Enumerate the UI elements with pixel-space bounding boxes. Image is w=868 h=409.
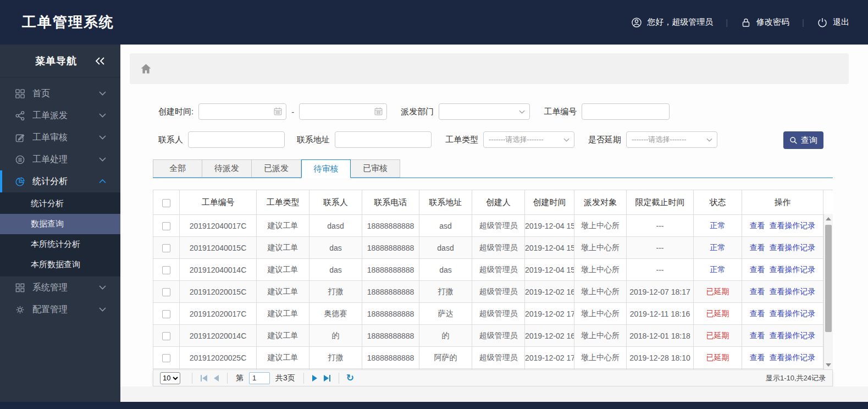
logout-button[interactable]: 退出	[817, 17, 849, 28]
sidebar-subitem[interactable]: 本所统计分析	[0, 234, 120, 255]
collapse-sidebar-icon[interactable]	[95, 57, 106, 65]
action-link[interactable]: 查看	[750, 309, 765, 318]
order-type-select[interactable]: -------请选择-------	[483, 131, 574, 148]
tab-待派发[interactable]: 待派发	[202, 159, 252, 178]
sidebar-subitem[interactable]: 数据查询	[0, 214, 120, 234]
action-link[interactable]: 查看	[750, 265, 765, 274]
action-link[interactable]: 查看操作记录	[770, 243, 816, 252]
sidebar-item-home[interactable]: 首页	[0, 82, 120, 104]
chevron-down-icon	[99, 285, 106, 290]
creator-cell: 超级管理员	[472, 237, 525, 259]
search-button-label: 查询	[801, 135, 817, 146]
phone-cell: 18888888888	[362, 303, 419, 325]
tab-待审核[interactable]: 待审核	[301, 159, 351, 178]
status-badge: 正常	[694, 259, 742, 281]
creator-cell: 超级管理员	[472, 281, 525, 303]
date-from-input[interactable]	[198, 103, 286, 120]
sidebar-subitem[interactable]: 统计分析	[0, 194, 120, 214]
home-icon[interactable]	[140, 63, 152, 74]
action-link[interactable]: 查看	[750, 221, 765, 230]
change-password-label: 修改密码	[756, 17, 789, 27]
sidebar-item-system[interactable]: 系统管理	[0, 277, 120, 299]
page-prefix-label: 第	[236, 373, 244, 383]
row-checkbox[interactable]	[162, 332, 170, 340]
row-checkbox[interactable]	[162, 266, 170, 274]
phone-cell: 18888888888	[362, 215, 419, 237]
chevron-down-icon	[519, 110, 525, 114]
tab-已审核[interactable]: 已审核	[351, 159, 400, 178]
row-checkbox[interactable]	[162, 288, 170, 296]
main-content: 创建时间: - 派发部门 工单编号	[120, 45, 868, 402]
action-link[interactable]: 查看操作记录	[770, 331, 816, 340]
action-link[interactable]: 查看	[750, 243, 765, 252]
action-link[interactable]: 查看	[750, 287, 765, 296]
table-scrollbar[interactable]	[823, 214, 833, 370]
table-row: 201912020025C建议工单打撒18888888888阿萨的超级管理员20…	[153, 347, 833, 369]
sidebar-item-review[interactable]: 工单审核	[0, 126, 120, 148]
dispatch-target-cell: 墩上中心所	[574, 259, 627, 281]
user-greeting[interactable]: 您好，超级管理员	[631, 17, 713, 28]
next-page-button[interactable]	[309, 375, 320, 382]
dispatch-dept-select[interactable]	[439, 103, 530, 120]
sidebar-menu: 首页工单派发工单审核工单处理统计分析统计分析数据查询本所统计分析本所数据查询系统…	[0, 78, 120, 320]
scroll-up-icon[interactable]	[826, 217, 831, 220]
action-link[interactable]: 查看操作记录	[770, 309, 816, 318]
row-select-cell	[153, 215, 180, 237]
address-input[interactable]	[335, 131, 432, 148]
date-to-input[interactable]	[299, 103, 387, 120]
action-link[interactable]: 查看	[750, 353, 765, 362]
select-all-checkbox[interactable]	[162, 199, 170, 207]
content-footer-strip	[120, 386, 868, 402]
action-link[interactable]: 查看操作记录	[770, 265, 816, 274]
lock-icon	[740, 17, 751, 28]
sidebar-item-stats[interactable]: 统计分析	[0, 170, 120, 192]
app-window: 工单管理系统 您好，超级管理员 | 修改密码 | 退出	[0, 0, 868, 409]
column-header: 限定截止时间	[627, 190, 694, 215]
action-link[interactable]: 查看	[750, 331, 765, 340]
contact-input[interactable]	[188, 131, 285, 148]
table-row: 201912020017C建议工单奥德赛18888888888萨达超级管理员20…	[153, 303, 833, 325]
prev-page-button[interactable]	[211, 375, 222, 382]
created-time-cell: 2019-12-04 15	[525, 259, 574, 281]
action-link[interactable]: 查看操作记录	[770, 287, 816, 296]
search-button[interactable]: 查询	[783, 131, 823, 149]
sidebar-subitem[interactable]: 本所数据查询	[0, 255, 120, 275]
row-checkbox[interactable]	[162, 222, 170, 230]
dispatch-target-cell: 墩上中心所	[574, 325, 627, 347]
column-header: 创建时间	[525, 190, 574, 215]
tab-已派发[interactable]: 已派发	[252, 159, 301, 178]
first-page-button[interactable]	[197, 375, 211, 382]
order-id-cell: 201912020014C	[180, 325, 257, 347]
row-checkbox[interactable]	[162, 244, 170, 252]
pager-divider	[192, 373, 192, 384]
change-password-button[interactable]: 修改密码	[740, 17, 789, 28]
sidebar-submenu: 统计分析数据查询本所统计分析本所数据查询	[0, 192, 120, 277]
order-no-input[interactable]	[582, 103, 670, 120]
row-checkbox[interactable]	[162, 310, 170, 318]
column-header: 工单编号	[180, 190, 257, 215]
scroll-down-icon[interactable]	[826, 363, 831, 367]
refresh-icon[interactable]: ↻	[346, 373, 354, 383]
chevron-down-icon	[99, 135, 106, 140]
dispatch-dept-label: 派发部门	[401, 107, 434, 117]
pagination-bar: 10 第 共3页 ↻ 显示1-10,共24记录	[153, 369, 833, 386]
page-size-select[interactable]: 10	[160, 372, 180, 384]
order-type-cell: 建议工单	[257, 215, 309, 237]
contact-cell: 奥德赛	[309, 303, 362, 325]
sidebar-item-dispatch[interactable]: 工单派发	[0, 104, 120, 126]
table-row: 201912040014C建议工单das18888888888das超级管理员2…	[153, 259, 833, 281]
row-checkbox[interactable]	[162, 354, 170, 362]
is-delayed-select[interactable]: -------请选择-------	[626, 131, 717, 148]
sidebar-item-process[interactable]: 工单处理	[0, 148, 120, 170]
sidebar-item-label: 首页	[32, 88, 50, 100]
action-link[interactable]: 查看操作记录	[770, 353, 816, 362]
tab-全部[interactable]: 全部	[153, 159, 202, 178]
action-link[interactable]: 查看操作记录	[770, 221, 816, 230]
order-type-cell: 建议工单	[257, 281, 309, 303]
last-page-button[interactable]	[320, 375, 334, 382]
status-tabs: 全部待派发已派发待审核已审核	[153, 159, 833, 178]
scrollbar-thumb[interactable]	[825, 225, 832, 332]
page-number-input[interactable]	[249, 372, 270, 384]
sidebar-item-config[interactable]: 配置管理	[0, 299, 120, 320]
header-actions: 您好，超级管理员 | 修改密码 | 退出	[631, 17, 849, 28]
